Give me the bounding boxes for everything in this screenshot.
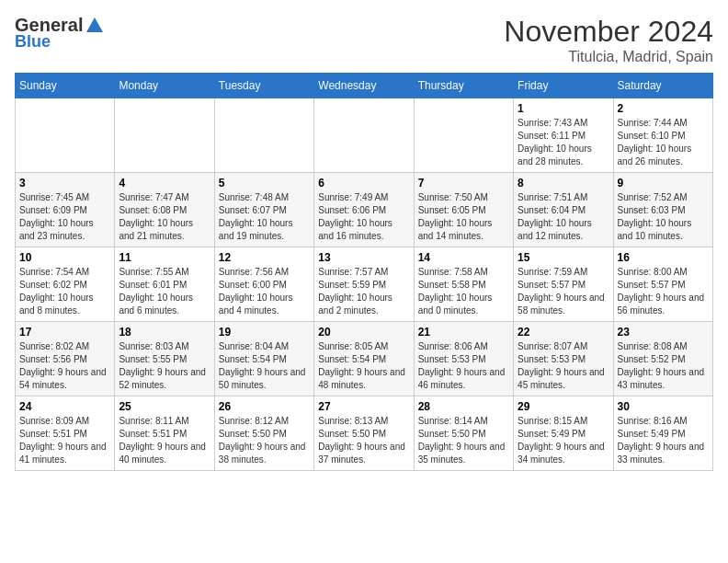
day-info: Sunrise: 8:06 AMSunset: 5:53 PMDaylight:… [418, 340, 509, 392]
day-info: Sunrise: 8:16 AMSunset: 5:49 PMDaylight:… [618, 415, 709, 466]
day-number: 14 [418, 251, 509, 264]
calendar-cell: 27Sunrise: 8:13 AMSunset: 5:50 PMDayligh… [314, 396, 414, 471]
logo-blue-text: Blue [15, 32, 51, 52]
calendar-cell: 12Sunrise: 7:56 AMSunset: 6:00 PMDayligh… [214, 247, 313, 322]
day-number: 11 [119, 251, 210, 264]
day-info: Sunrise: 8:04 AMSunset: 5:54 PMDaylight:… [219, 340, 310, 392]
weekday-header: Monday [115, 74, 214, 98]
day-number: 1 [518, 102, 609, 115]
day-info: Sunrise: 7:55 AMSunset: 6:01 PMDaylight:… [119, 266, 210, 317]
day-number: 25 [119, 400, 210, 413]
day-info: Sunrise: 7:57 AMSunset: 5:59 PMDaylight:… [318, 266, 409, 317]
calendar-cell: 30Sunrise: 8:16 AMSunset: 5:49 PMDayligh… [613, 396, 712, 471]
calendar-cell: 28Sunrise: 8:14 AMSunset: 5:50 PMDayligh… [414, 396, 513, 471]
calendar-cell: 24Sunrise: 8:09 AMSunset: 5:51 PMDayligh… [16, 396, 115, 471]
day-number: 9 [618, 177, 709, 190]
weekday-header: Tuesday [214, 74, 313, 98]
calendar-table: SundayMondayTuesdayWednesdayThursdayFrid… [15, 73, 713, 471]
calendar-cell: 4Sunrise: 7:47 AMSunset: 6:08 PMDaylight… [115, 173, 214, 247]
day-info: Sunrise: 7:48 AMSunset: 6:07 PMDaylight:… [219, 191, 310, 243]
day-info: Sunrise: 8:15 AMSunset: 5:49 PMDaylight:… [518, 415, 609, 466]
calendar-cell: 3Sunrise: 7:45 AMSunset: 6:09 PMDaylight… [16, 173, 115, 247]
calendar-cell [16, 98, 115, 173]
calendar-cell: 14Sunrise: 7:58 AMSunset: 5:58 PMDayligh… [414, 247, 513, 322]
calendar-cell: 2Sunrise: 7:44 AMSunset: 6:10 PMDaylight… [613, 98, 712, 173]
day-number: 19 [219, 326, 310, 339]
day-info: Sunrise: 7:49 AMSunset: 6:06 PMDaylight:… [318, 191, 409, 243]
day-number: 5 [219, 177, 310, 190]
calendar-cell: 17Sunrise: 8:02 AMSunset: 5:56 PMDayligh… [16, 322, 115, 396]
day-number: 13 [318, 251, 409, 264]
day-info: Sunrise: 8:02 AMSunset: 5:56 PMDaylight:… [19, 340, 110, 392]
day-number: 18 [119, 326, 210, 339]
location-subtitle: Titulcia, Madrid, Spain [504, 49, 713, 65]
calendar-cell: 20Sunrise: 8:05 AMSunset: 5:54 PMDayligh… [314, 322, 414, 396]
day-number: 30 [618, 400, 709, 413]
day-number: 2 [618, 102, 709, 115]
calendar-week-row: 17Sunrise: 8:02 AMSunset: 5:56 PMDayligh… [16, 322, 713, 396]
day-number: 3 [19, 177, 110, 190]
page-header: General Blue November 2024 Titulcia, Mad… [15, 15, 713, 65]
calendar-week-row: 10Sunrise: 7:54 AMSunset: 6:02 PMDayligh… [16, 247, 713, 322]
day-info: Sunrise: 8:05 AMSunset: 5:54 PMDaylight:… [318, 340, 409, 392]
day-info: Sunrise: 8:00 AMSunset: 5:57 PMDaylight:… [618, 266, 709, 317]
svg-marker-0 [86, 17, 103, 32]
day-info: Sunrise: 8:13 AMSunset: 5:50 PMDaylight:… [318, 415, 409, 466]
calendar-cell [314, 98, 414, 173]
day-info: Sunrise: 7:59 AMSunset: 5:57 PMDaylight:… [518, 266, 609, 317]
day-number: 23 [618, 326, 709, 339]
calendar-cell: 21Sunrise: 8:06 AMSunset: 5:53 PMDayligh… [414, 322, 513, 396]
day-number: 16 [618, 251, 709, 264]
day-number: 7 [418, 177, 509, 190]
weekday-header: Saturday [613, 74, 712, 98]
calendar-cell: 25Sunrise: 8:11 AMSunset: 5:51 PMDayligh… [115, 396, 214, 471]
calendar-cell: 11Sunrise: 7:55 AMSunset: 6:01 PMDayligh… [115, 247, 214, 322]
calendar-header-row: SundayMondayTuesdayWednesdayThursdayFrid… [16, 74, 713, 98]
calendar-cell: 8Sunrise: 7:51 AMSunset: 6:04 PMDaylight… [514, 173, 613, 247]
day-info: Sunrise: 8:07 AMSunset: 5:53 PMDaylight:… [518, 340, 609, 392]
day-number: 28 [418, 400, 509, 413]
calendar-cell: 1Sunrise: 7:43 AMSunset: 6:11 PMDaylight… [514, 98, 613, 173]
day-info: Sunrise: 7:50 AMSunset: 6:05 PMDaylight:… [418, 191, 509, 243]
day-info: Sunrise: 7:56 AMSunset: 6:00 PMDaylight:… [219, 266, 310, 317]
calendar-cell: 29Sunrise: 8:15 AMSunset: 5:49 PMDayligh… [514, 396, 613, 471]
day-number: 15 [518, 251, 609, 264]
day-number: 27 [318, 400, 409, 413]
day-info: Sunrise: 8:09 AMSunset: 5:51 PMDaylight:… [19, 415, 110, 466]
weekday-header: Wednesday [314, 74, 414, 98]
calendar-cell: 6Sunrise: 7:49 AMSunset: 6:06 PMDaylight… [314, 173, 414, 247]
day-number: 26 [219, 400, 310, 413]
weekday-header: Thursday [414, 74, 513, 98]
calendar-cell: 26Sunrise: 8:12 AMSunset: 5:50 PMDayligh… [214, 396, 313, 471]
day-info: Sunrise: 7:54 AMSunset: 6:02 PMDaylight:… [19, 266, 110, 317]
calendar-week-row: 3Sunrise: 7:45 AMSunset: 6:09 PMDaylight… [16, 173, 713, 247]
day-info: Sunrise: 7:51 AMSunset: 6:04 PMDaylight:… [518, 191, 609, 243]
day-number: 21 [418, 326, 509, 339]
day-info: Sunrise: 8:12 AMSunset: 5:50 PMDaylight:… [219, 415, 310, 466]
calendar-cell [115, 98, 214, 173]
month-title: November 2024 [504, 15, 713, 49]
day-info: Sunrise: 8:03 AMSunset: 5:55 PMDaylight:… [119, 340, 210, 392]
calendar-cell: 18Sunrise: 8:03 AMSunset: 5:55 PMDayligh… [115, 322, 214, 396]
day-info: Sunrise: 8:11 AMSunset: 5:51 PMDaylight:… [119, 415, 210, 466]
day-info: Sunrise: 7:52 AMSunset: 6:03 PMDaylight:… [618, 191, 709, 243]
calendar-week-row: 1Sunrise: 7:43 AMSunset: 6:11 PMDaylight… [16, 98, 713, 173]
day-number: 24 [19, 400, 110, 413]
day-info: Sunrise: 7:44 AMSunset: 6:10 PMDaylight:… [618, 117, 709, 168]
logo-icon [85, 16, 105, 36]
calendar-cell: 9Sunrise: 7:52 AMSunset: 6:03 PMDaylight… [613, 173, 712, 247]
day-number: 6 [318, 177, 409, 190]
day-number: 4 [119, 177, 210, 190]
calendar-cell: 5Sunrise: 7:48 AMSunset: 6:07 PMDaylight… [214, 173, 313, 247]
day-number: 8 [518, 177, 609, 190]
day-number: 29 [518, 400, 609, 413]
day-number: 20 [318, 326, 409, 339]
day-number: 17 [19, 326, 110, 339]
weekday-header: Friday [514, 74, 613, 98]
calendar-cell: 13Sunrise: 7:57 AMSunset: 5:59 PMDayligh… [314, 247, 414, 322]
calendar-cell [214, 98, 313, 173]
calendar-cell: 16Sunrise: 8:00 AMSunset: 5:57 PMDayligh… [613, 247, 712, 322]
weekday-header: Sunday [16, 74, 115, 98]
day-info: Sunrise: 7:45 AMSunset: 6:09 PMDaylight:… [19, 191, 110, 243]
calendar-cell [414, 98, 513, 173]
